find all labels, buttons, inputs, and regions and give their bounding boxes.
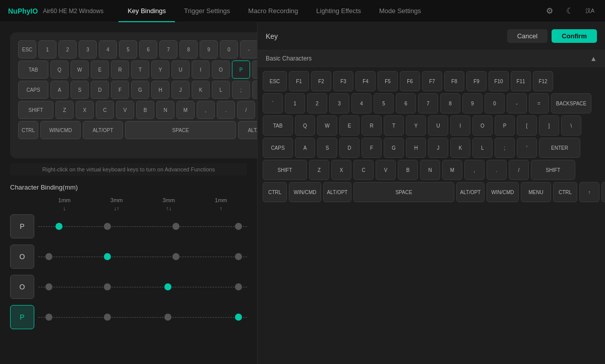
- key-semicolon[interactable]: ;: [232, 81, 250, 99]
- vkey-h[interactable]: H: [406, 138, 426, 158]
- vkey-period[interactable]: .: [487, 160, 507, 180]
- vkey-alt-opt-right[interactable]: ALT/OPT: [456, 182, 485, 202]
- collapse-icon[interactable]: ▲: [590, 54, 597, 63]
- vkey-o[interactable]: O: [472, 115, 493, 136]
- key-space[interactable]: SPACE: [125, 121, 236, 139]
- vkey-x[interactable]: X: [331, 160, 351, 180]
- vkey-t[interactable]: T: [384, 115, 404, 136]
- key-8[interactable]: 8: [179, 40, 198, 58]
- key-v[interactable]: V: [116, 101, 134, 119]
- key-7[interactable]: 7: [159, 40, 177, 58]
- vkey-f7[interactable]: F7: [422, 71, 442, 91]
- key-minus[interactable]: -: [240, 40, 257, 58]
- vkey-1[interactable]: 1: [285, 93, 305, 113]
- vkey-v[interactable]: V: [376, 160, 396, 180]
- vkey-f3[interactable]: F3: [333, 71, 353, 91]
- vkey-u[interactable]: U: [428, 115, 448, 136]
- key-j[interactable]: J: [171, 81, 190, 99]
- vkey-g[interactable]: G: [384, 138, 404, 158]
- key-ctrl-left[interactable]: CTRL: [18, 121, 38, 139]
- binding-key-3[interactable]: P: [10, 305, 34, 329]
- vkey-slash[interactable]: /: [509, 160, 529, 180]
- vkey-4[interactable]: 4: [351, 93, 372, 113]
- key-9[interactable]: 9: [200, 40, 218, 58]
- vkey-tab[interactable]: TAB: [263, 115, 293, 136]
- vkey-b[interactable]: B: [398, 160, 418, 180]
- vkey-f12[interactable]: F12: [533, 71, 553, 91]
- vkey-2[interactable]: 2: [307, 93, 327, 113]
- vkey-shift-left[interactable]: SHIFT: [263, 160, 307, 180]
- vkey-f1[interactable]: F1: [289, 71, 309, 91]
- key-p[interactable]: P: [232, 60, 250, 79]
- binding-key-1[interactable]: O: [10, 245, 34, 269]
- key-6[interactable]: 6: [139, 40, 157, 58]
- vkey-f10[interactable]: F10: [489, 71, 509, 91]
- vkey-f4[interactable]: F4: [355, 71, 376, 91]
- key-2[interactable]: 2: [58, 40, 77, 58]
- vkey-shift-right[interactable]: SHIFT: [531, 160, 575, 180]
- key-1[interactable]: 1: [38, 40, 56, 58]
- vkey-j[interactable]: J: [428, 138, 448, 158]
- key-u[interactable]: U: [171, 60, 190, 79]
- vkey-alt-opt-left[interactable]: ALT/OPT: [323, 182, 351, 202]
- key-s[interactable]: S: [71, 81, 89, 99]
- vkey-q[interactable]: Q: [295, 115, 315, 136]
- vkey-rbracket[interactable]: ]: [539, 115, 559, 136]
- tab-key-bindings[interactable]: Key Bindings: [118, 0, 175, 22]
- key-l[interactable]: L: [212, 81, 230, 99]
- key-comma[interactable]: ,: [197, 101, 215, 119]
- confirm-button[interactable]: Confirm: [552, 29, 597, 43]
- moon-icon[interactable]: ☾: [563, 4, 577, 18]
- vkey-backslash[interactable]: \: [561, 115, 581, 136]
- vkey-7[interactable]: 7: [418, 93, 438, 113]
- key-5[interactable]: 5: [119, 40, 137, 58]
- vkey-semicolon[interactable]: ;: [495, 138, 515, 158]
- key-esc[interactable]: ESC: [18, 40, 36, 58]
- key-tab[interactable]: TAB: [18, 60, 48, 79]
- key-quote[interactable]: ': [252, 81, 257, 99]
- vkey-f5[interactable]: F5: [378, 71, 398, 91]
- key-r[interactable]: R: [111, 60, 129, 79]
- vkey-f11[interactable]: F11: [511, 71, 531, 91]
- key-n[interactable]: N: [156, 101, 174, 119]
- vkey-equals[interactable]: =: [529, 93, 549, 113]
- vkey-lbracket[interactable]: [: [517, 115, 537, 136]
- vkey-9[interactable]: 9: [462, 93, 482, 113]
- binding-key-2[interactable]: O: [10, 275, 34, 299]
- vkey-w[interactable]: W: [317, 115, 337, 136]
- tab-mode-settings[interactable]: Mode Settings: [370, 0, 430, 22]
- vkey-3[interactable]: 3: [329, 93, 349, 113]
- key-t[interactable]: T: [131, 60, 149, 79]
- key-4[interactable]: 4: [99, 40, 117, 58]
- vkey-f[interactable]: F: [361, 138, 382, 158]
- tab-macro-recording[interactable]: Macro Recording: [239, 0, 307, 22]
- slider-dot-2[interactable]: [164, 283, 171, 290]
- vkey-p[interactable]: P: [495, 115, 515, 136]
- vkey-ctrl-left[interactable]: CTRL: [263, 182, 287, 202]
- key-a[interactable]: A: [50, 81, 69, 99]
- vkey-left[interactable]: ←: [601, 182, 605, 202]
- vkey-caps[interactable]: CAPS: [263, 138, 293, 158]
- key-lbracket[interactable]: [: [252, 60, 257, 79]
- key-period[interactable]: .: [217, 101, 235, 119]
- key-c[interactable]: C: [96, 101, 114, 119]
- vkey-n[interactable]: N: [420, 160, 440, 180]
- key-q[interactable]: Q: [50, 60, 69, 79]
- key-g[interactable]: G: [131, 81, 149, 99]
- key-3[interactable]: 3: [79, 40, 97, 58]
- key-w[interactable]: W: [71, 60, 89, 79]
- vkey-win-cmd[interactable]: WIN/CMD: [289, 182, 321, 202]
- vkey-f6[interactable]: F6: [400, 71, 420, 91]
- binding-slider-3[interactable]: [38, 312, 247, 322]
- vkey-comma[interactable]: ,: [464, 160, 485, 180]
- extra-icon[interactable]: 汉A: [583, 4, 597, 18]
- key-y[interactable]: Y: [151, 60, 169, 79]
- vkey-e[interactable]: E: [339, 115, 359, 136]
- key-i[interactable]: I: [192, 60, 210, 79]
- key-slash[interactable]: /: [237, 101, 255, 119]
- binding-slider-2[interactable]: [38, 282, 247, 292]
- slider-dot-0[interactable]: [55, 223, 63, 230]
- vkey-minus[interactable]: -: [507, 93, 527, 113]
- vkey-f9[interactable]: F9: [466, 71, 487, 91]
- vkey-0[interactable]: 0: [485, 93, 505, 113]
